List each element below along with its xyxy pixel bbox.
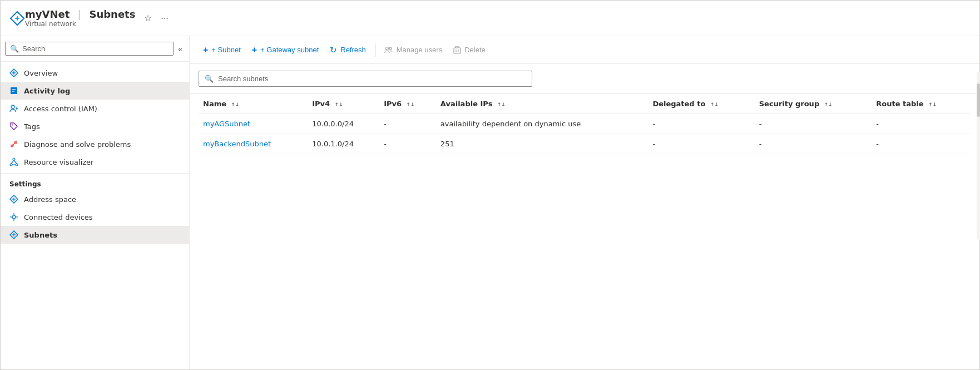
row1-name: myAGSubnet [199, 114, 308, 134]
refresh-label: Refresh [340, 46, 366, 54]
add-gateway-icon: + [252, 45, 257, 55]
add-subnet-label: + Subnet [211, 46, 240, 54]
svg-rect-37 [454, 48, 461, 53]
sidebar-item-overview[interactable]: Overview [1, 64, 189, 82]
svg-marker-3 [16, 16, 18, 21]
svg-point-27 [12, 215, 16, 219]
col-header-route-table[interactable]: Route table ↑↓ [872, 94, 971, 114]
sidebar-item-address-space[interactable]: Address space [1, 190, 189, 208]
svg-point-20 [16, 164, 18, 166]
add-gateway-subnet-button[interactable]: + + Gateway subnet [248, 43, 324, 57]
mybackendsubnet-link[interactable]: myBackendSubnet [203, 140, 271, 148]
search-bar: 🔍 [190, 64, 979, 94]
sort-delegated-to-icon[interactable]: ↑↓ [710, 102, 719, 107]
table-header-row: Name ↑↓ IPv4 ↑↓ IPv6 ↑↓ [199, 94, 971, 114]
subnets-table-container: Name ↑↓ IPv4 ↑↓ IPv6 ↑↓ [190, 94, 979, 369]
search-subnets-box[interactable]: 🔍 [199, 71, 532, 87]
sort-ipv4-icon[interactable]: ↑↓ [335, 102, 343, 107]
refresh-button[interactable]: ↻ Refresh [325, 43, 370, 57]
sort-route-table-icon[interactable]: ↑↓ [928, 102, 937, 107]
sidebar: 🔍 « Overview Activity log [1, 36, 190, 369]
sidebar-item-connected-devices[interactable]: Connected devices [1, 208, 189, 226]
svg-line-22 [14, 160, 17, 164]
row2-delegated-to: - [648, 134, 754, 154]
sidebar-item-activity-log[interactable]: Activity log [1, 82, 189, 100]
delete-button[interactable]: Delete [449, 43, 490, 57]
row1-route-table: - [872, 114, 971, 134]
collapse-sidebar-button[interactable]: « [176, 42, 185, 56]
col-header-available-ips[interactable]: Available IPs ↑↓ [436, 94, 649, 114]
address-space-icon [9, 195, 18, 204]
tags-label: Tags [24, 122, 40, 131]
tags-icon [9, 122, 18, 131]
sort-security-group-icon[interactable]: ↑↓ [824, 102, 833, 107]
search-icon: 🔍 [10, 45, 19, 53]
col-header-delegated-to[interactable]: Delegated to ↑↓ [648, 94, 754, 114]
svg-line-21 [11, 160, 14, 164]
resource-name: myVNet | Subnets [25, 8, 135, 20]
svg-point-35 [385, 47, 388, 50]
favorite-button[interactable]: ☆ [142, 11, 154, 26]
sidebar-search-input[interactable] [22, 45, 169, 53]
sort-ipv6-icon[interactable]: ↑↓ [407, 102, 415, 107]
activity-log-label: Activity log [24, 87, 70, 95]
row2-security-group: - [755, 134, 872, 154]
toolbar-divider [375, 43, 375, 57]
table-row: myAGSubnet 10.0.0.0/24 - availability de… [199, 114, 971, 134]
sidebar-item-subnets[interactable]: Subnets [1, 226, 189, 244]
overview-label: Overview [24, 69, 58, 77]
search-subnets-icon: 🔍 [205, 75, 214, 83]
col-header-name[interactable]: Name ↑↓ [199, 94, 308, 114]
col-header-ipv4[interactable]: IPv4 ↑↓ [308, 94, 379, 114]
sidebar-item-resource-visualizer[interactable]: Resource visualizer [1, 153, 189, 171]
manage-users-icon [384, 45, 393, 55]
col-header-ipv6[interactable]: IPv6 ↑↓ [379, 94, 436, 114]
refresh-icon: ↻ [330, 45, 337, 55]
search-subnets-input[interactable] [218, 75, 526, 83]
sidebar-item-diagnose[interactable]: Diagnose and solve problems [1, 135, 189, 153]
sidebar-item-access-control[interactable]: Access control (IAM) [1, 100, 189, 117]
sort-available-ips-icon[interactable]: ↑↓ [497, 102, 506, 107]
row2-route-table: - [872, 134, 971, 154]
diagnose-label: Diagnose and solve problems [24, 140, 131, 149]
subnets-label: Subnets [24, 231, 57, 239]
svg-point-10 [11, 105, 14, 108]
row2-available-ips: 251 [436, 134, 649, 154]
delete-label: Delete [464, 46, 486, 54]
subnets-icon [9, 230, 18, 239]
resource-type: Virtual network [25, 20, 135, 28]
row1-ipv6: - [379, 114, 436, 134]
manage-users-label: Manage users [397, 46, 442, 54]
row2-name: myBackendSubnet [199, 134, 308, 154]
toolbar: + + Subnet + + Gateway subnet ↻ Refresh [190, 36, 979, 64]
svg-point-13 [12, 125, 13, 126]
row2-ipv6: - [379, 134, 436, 154]
svg-point-36 [389, 47, 392, 50]
add-subnet-icon: + [203, 45, 208, 55]
vnet-logo-icon [9, 11, 25, 26]
activity-log-icon [9, 86, 18, 95]
sidebar-item-tags[interactable]: Tags [1, 117, 189, 135]
sidebar-search-box[interactable]: 🔍 [5, 42, 174, 56]
col-header-security-group[interactable]: Security group ↑↓ [755, 94, 872, 114]
overview-icon [9, 68, 18, 77]
add-subnet-button[interactable]: + + Subnet [199, 43, 245, 57]
table-row: myBackendSubnet 10.0.1.0/24 - 251 - - - [199, 134, 971, 154]
manage-users-button[interactable]: Manage users [380, 43, 447, 57]
connected-devices-label: Connected devices [24, 213, 93, 221]
diagnose-icon [9, 140, 18, 149]
row1-available-ips: availability dependent on dynamic use [436, 114, 649, 134]
subnets-table: Name ↑↓ IPv4 ↑↓ IPv6 ↑↓ [199, 94, 971, 154]
svg-point-18 [13, 158, 15, 160]
sort-name-icon[interactable]: ↑↓ [231, 102, 240, 107]
settings-section-label: Settings [1, 173, 189, 190]
sidebar-nav: Overview Activity log Access control (IA… [1, 62, 189, 369]
access-control-label: Access control (IAM) [24, 105, 97, 113]
myagsubnet-link[interactable]: myAGSubnet [203, 120, 250, 128]
svg-rect-7 [11, 87, 17, 94]
resource-visualizer-icon [9, 157, 18, 166]
resource-visualizer-label: Resource visualizer [24, 158, 93, 166]
access-control-icon [9, 104, 18, 113]
more-options-button[interactable]: ··· [159, 11, 170, 26]
row2-ipv4: 10.0.1.0/24 [308, 134, 379, 154]
